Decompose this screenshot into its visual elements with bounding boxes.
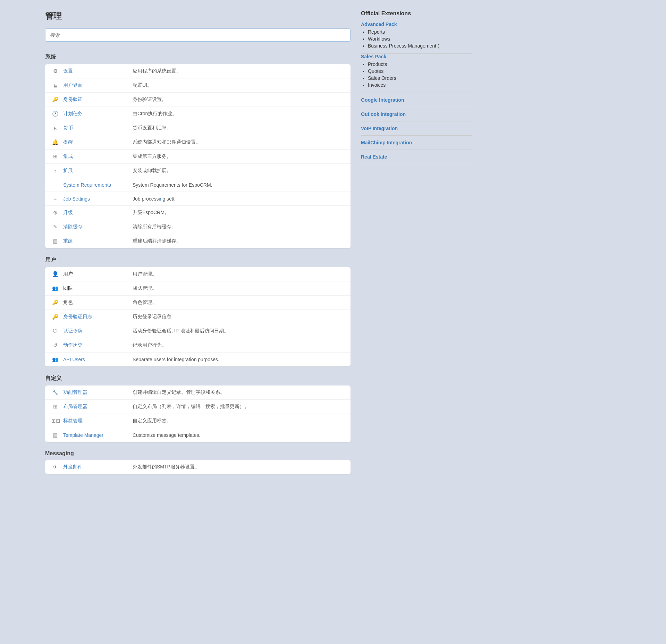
- row-description: 自定义布局（列表，详情，编辑，搜索，批量更新）。: [133, 404, 344, 410]
- table-row: 🔑角色角色管理。: [45, 296, 351, 310]
- sidebar-title: Official Extensions: [361, 10, 472, 17]
- table-row: 🔧功能管理器创建并编辑自定义记录。管理字段和关系。: [45, 385, 351, 400]
- row-label: 角色: [63, 299, 133, 306]
- section-title-system: 系统: [45, 53, 351, 61]
- table-row: 🔑身份验证日志历史登录记录信息: [45, 310, 351, 324]
- row-description: Customize message templates.: [133, 432, 344, 438]
- sidebar-item-real-estate[interactable]: Real Estate: [361, 150, 472, 164]
- table-row: ≡Job SettingsJob processing sett: [45, 192, 351, 206]
- row-label[interactable]: 升级: [63, 210, 133, 216]
- row-icon: 🔑: [51, 96, 59, 103]
- table-row: 👥团队团队管理。: [45, 281, 351, 296]
- table-row: 🛡认证令牌活动身份验证会话, IP 地址和最后访问日期。: [45, 324, 351, 338]
- table-row: 🖥用户界面配置UI。: [45, 78, 351, 93]
- sidebar-pack-title[interactable]: Advanced Pack: [361, 22, 472, 28]
- row-label[interactable]: 计划任务: [63, 111, 133, 117]
- list-item: Products: [368, 61, 472, 68]
- list-item: Invoices: [368, 82, 472, 88]
- row-label[interactable]: 身份验证: [63, 96, 133, 103]
- row-description: 记录用户行为。: [133, 342, 344, 348]
- row-label[interactable]: 用户界面: [63, 82, 133, 88]
- row-label[interactable]: 提醒: [63, 139, 133, 145]
- row-icon: 🔑: [51, 314, 59, 320]
- row-description: 身份验证设置。: [133, 96, 344, 103]
- table-row: 🕐计划任务由Cron执行的作业。: [45, 107, 351, 121]
- row-icon: 🔔: [51, 139, 59, 145]
- row-description: 角色管理。: [133, 299, 344, 306]
- list-item: Workflows: [368, 35, 472, 42]
- row-label[interactable]: API Users: [63, 357, 133, 362]
- table-row: 👥API UsersSeparate users for integration…: [45, 353, 351, 366]
- section-card-customization: 🔧功能管理器创建并编辑自定义记录。管理字段和关系。⊞布局管理器自定义布局（列表，…: [45, 385, 351, 442]
- row-label[interactable]: System Requirements: [63, 182, 133, 188]
- row-label[interactable]: 标签管理: [63, 418, 133, 424]
- row-description: 集成第三方服务。: [133, 153, 344, 160]
- list-item: Business Process Management (: [368, 42, 472, 49]
- row-description: 系统内部通知和邮件通知设置。: [133, 139, 344, 145]
- sidebar-pack-title[interactable]: Sales Pack: [361, 54, 472, 61]
- table-row: 👤用户用户管理。: [45, 267, 351, 281]
- row-icon: ≡: [51, 196, 59, 202]
- sidebar-item-voip-integration[interactable]: VoIP Integration: [361, 121, 472, 136]
- list-item: Reports: [368, 28, 472, 35]
- row-label[interactable]: 认证令牌: [63, 328, 133, 334]
- row-label[interactable]: 扩展: [63, 168, 133, 174]
- row-description: Separate users for integration purposes.: [133, 357, 344, 362]
- row-description: Job processing sett: [133, 196, 344, 202]
- row-icon: €: [51, 125, 59, 131]
- table-row: ⊞布局管理器自定义布局（列表，详情，编辑，搜索，批量更新）。: [45, 400, 351, 414]
- sidebar-item-outlook-integration[interactable]: Outlook Integration: [361, 107, 472, 121]
- row-label[interactable]: 重建: [63, 238, 133, 244]
- sidebar-pack-sales-pack: Sales PackProductsQuotesSales OrdersInvo…: [361, 54, 472, 93]
- row-description: System Requirements for EspoCRM.: [133, 182, 344, 188]
- row-icon: ≡: [51, 182, 59, 188]
- row-icon: 👤: [51, 271, 59, 277]
- row-label[interactable]: 外发邮件: [63, 464, 133, 470]
- row-label[interactable]: 动作历史: [63, 342, 133, 348]
- table-row: ▤Template ManagerCustomize message templ…: [45, 428, 351, 442]
- table-row: ⊕升级升级EspoCRM。: [45, 206, 351, 220]
- row-label[interactable]: 功能管理器: [63, 389, 133, 396]
- row-description: 由Cron执行的作业。: [133, 111, 344, 117]
- row-description: 安装或卸载扩展。: [133, 168, 344, 174]
- row-icon: ⊞: [51, 153, 59, 160]
- sidebar-pack-list: ProductsQuotesSales OrdersInvoices: [361, 61, 472, 88]
- row-label[interactable]: Job Settings: [63, 196, 133, 202]
- row-label[interactable]: 身份验证日志: [63, 314, 133, 320]
- row-icon: ⊕: [51, 210, 59, 216]
- row-label[interactable]: 布局管理器: [63, 404, 133, 410]
- row-label[interactable]: 货币: [63, 125, 133, 131]
- table-row: ⊞集成集成第三方服务。: [45, 150, 351, 164]
- row-icon: 🔧: [51, 389, 59, 396]
- row-icon: ✈: [51, 464, 59, 470]
- search-input[interactable]: [45, 28, 351, 42]
- main-content: 管理 系统⚙设置应用程序的系统设置。🖥用户界面配置UI。🔑身份验证身份验证设置。…: [45, 10, 351, 482]
- row-icon: ⊞⊞: [51, 418, 59, 424]
- row-label[interactable]: 清除缓存: [63, 224, 133, 230]
- row-description: 历史登录记录信息: [133, 314, 344, 320]
- row-icon: 🕐: [51, 111, 59, 117]
- sidebar-item-mailchimp-integration[interactable]: MailChimp Integration: [361, 136, 472, 150]
- sidebar-item-google-integration[interactable]: Google Integration: [361, 93, 472, 107]
- section-title-customization: 自定义: [45, 375, 351, 382]
- section-title-messaging: Messaging: [45, 450, 351, 457]
- table-row: ⊞⊞标签管理自定义应用标签。: [45, 414, 351, 428]
- page-title: 管理: [45, 10, 351, 22]
- row-description: 团队管理。: [133, 285, 344, 291]
- table-row: ≡System RequirementsSystem Requirements …: [45, 178, 351, 192]
- section-title-users: 用户: [45, 256, 351, 264]
- row-label[interactable]: 集成: [63, 153, 133, 160]
- row-icon: ⚙: [51, 68, 59, 74]
- row-label: 团队: [63, 285, 133, 291]
- row-description: 升级EspoCRM。: [133, 210, 344, 216]
- row-icon: ⊞: [51, 404, 59, 410]
- row-description: 重建后端并清除缓存。: [133, 238, 344, 244]
- list-item: Sales Orders: [368, 75, 472, 82]
- row-description: 自定义应用标签。: [133, 418, 344, 424]
- row-label[interactable]: Template Manager: [63, 432, 133, 438]
- table-row: 🔑身份验证身份验证设置。: [45, 93, 351, 107]
- row-label[interactable]: 设置: [63, 68, 133, 74]
- row-icon: ▤: [51, 432, 59, 438]
- row-label: 用户: [63, 271, 133, 277]
- section-card-users: 👤用户用户管理。👥团队团队管理。🔑角色角色管理。🔑身份验证日志历史登录记录信息🛡…: [45, 267, 351, 366]
